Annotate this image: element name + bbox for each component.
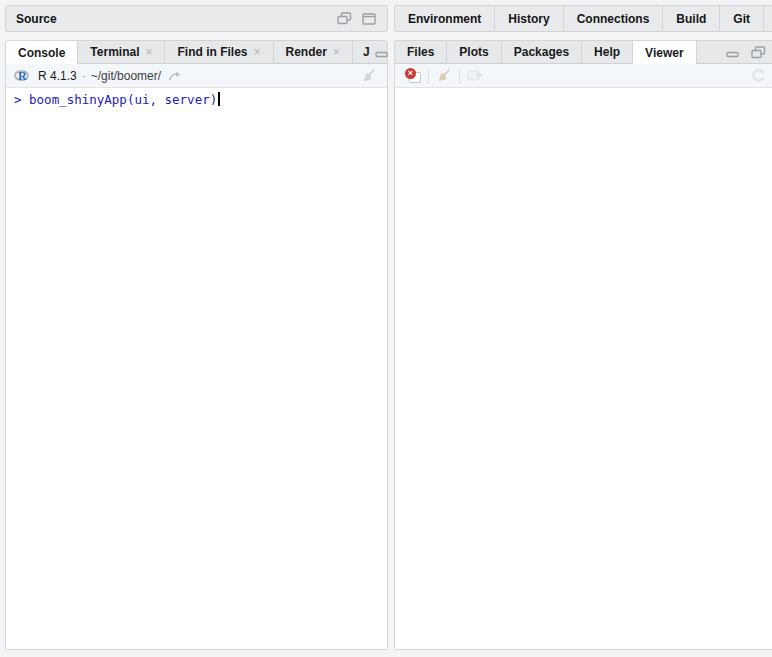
remove-viewer-item-icon[interactable]: × bbox=[403, 66, 423, 86]
tab-help[interactable]: Help bbox=[582, 41, 633, 63]
tab-packages-label: Packages bbox=[514, 45, 569, 59]
tab-build[interactable]: Build bbox=[663, 6, 720, 31]
close-icon[interactable]: × bbox=[145, 46, 152, 58]
tab-environment[interactable]: Environment bbox=[395, 6, 495, 31]
tab-connections[interactable]: Connections bbox=[564, 6, 664, 31]
close-icon[interactable]: × bbox=[254, 46, 261, 58]
tab-viewer[interactable]: Viewer bbox=[633, 41, 696, 64]
clear-all-viewer-broom-icon[interactable] bbox=[434, 66, 454, 86]
tab-viewer-label: Viewer bbox=[645, 46, 683, 60]
console-tabbar: Console Terminal × Find in Files × Rende… bbox=[6, 41, 387, 64]
viewer-toolbar: × bbox=[395, 64, 772, 88]
text-cursor bbox=[218, 92, 220, 106]
tab-build-label: Build bbox=[676, 12, 706, 26]
tab-connections-label: Connections bbox=[577, 12, 650, 26]
close-icon[interactable]: × bbox=[333, 46, 340, 58]
tab-terminal[interactable]: Terminal × bbox=[78, 41, 165, 63]
tab-plots-label: Plots bbox=[459, 45, 488, 59]
viewer-tabbar: Files Plots Packages Help Viewer bbox=[395, 41, 772, 64]
tab-files[interactable]: Files bbox=[395, 41, 447, 63]
viewer-content-empty bbox=[395, 88, 772, 649]
r-logo-icon: R bbox=[14, 68, 31, 83]
tab-terminal-label: Terminal bbox=[90, 45, 139, 59]
source-pane-header: Source bbox=[5, 5, 388, 32]
tab-environment-label: Environment bbox=[408, 12, 481, 26]
tab-history[interactable]: History bbox=[495, 6, 563, 31]
restore-pane-icon[interactable] bbox=[334, 9, 354, 29]
r-version-label: R 4.1.3 bbox=[38, 69, 77, 83]
tab-packages[interactable]: Packages bbox=[502, 41, 582, 63]
red-x-badge: × bbox=[405, 68, 416, 79]
tab-git-label: Git bbox=[733, 12, 750, 26]
minimize-pane-icon[interactable] bbox=[723, 42, 743, 62]
tab-console-label: Console bbox=[18, 46, 65, 60]
tab-render-label: Render bbox=[286, 45, 327, 59]
tab-history-label: History bbox=[508, 12, 549, 26]
minimize-pane-icon[interactable] bbox=[372, 42, 392, 62]
restore-pane-icon[interactable] bbox=[748, 42, 768, 62]
tab-git[interactable]: Git bbox=[720, 6, 764, 31]
tab-render[interactable]: Render × bbox=[274, 41, 353, 63]
tab-find-in-files-label: Find in Files bbox=[177, 45, 247, 59]
console-pane: Console Terminal × Find in Files × Rende… bbox=[5, 40, 388, 650]
goto-directory-arrow-icon[interactable] bbox=[165, 66, 185, 86]
console-input-area[interactable]: > boom_shinyApp(ui, server) bbox=[6, 88, 387, 649]
tab-tutorial-truncated[interactable]: Tutor bbox=[764, 6, 772, 31]
refresh-viewer-icon bbox=[748, 66, 768, 86]
maximize-pane-icon[interactable] bbox=[359, 9, 379, 29]
export-viewer-icon bbox=[465, 66, 485, 86]
working-directory-label[interactable]: ~/git/boomer/ bbox=[91, 69, 161, 83]
environment-pane-header: Environment History Connections Build Gi… bbox=[394, 5, 772, 32]
tab-plots[interactable]: Plots bbox=[447, 41, 501, 63]
separator-dot: · bbox=[82, 69, 86, 83]
tab-files-label: Files bbox=[407, 45, 434, 59]
console-prompt: > bbox=[14, 92, 22, 107]
viewer-pane: Files Plots Packages Help Viewer bbox=[394, 40, 772, 650]
source-pane-title: Source bbox=[16, 12, 57, 26]
tab-jobs-label: J bbox=[363, 45, 370, 59]
tab-jobs-truncated[interactable]: J bbox=[353, 41, 372, 63]
console-input-text: boom_shinyApp(ui, server) bbox=[29, 92, 217, 107]
tab-find-in-files[interactable]: Find in Files × bbox=[165, 41, 273, 63]
tab-help-label: Help bbox=[594, 45, 620, 59]
clear-console-broom-icon[interactable] bbox=[359, 66, 379, 86]
tab-console[interactable]: Console bbox=[6, 41, 78, 64]
console-toolbar: R R 4.1.3 · ~/git/boomer/ bbox=[6, 64, 387, 88]
